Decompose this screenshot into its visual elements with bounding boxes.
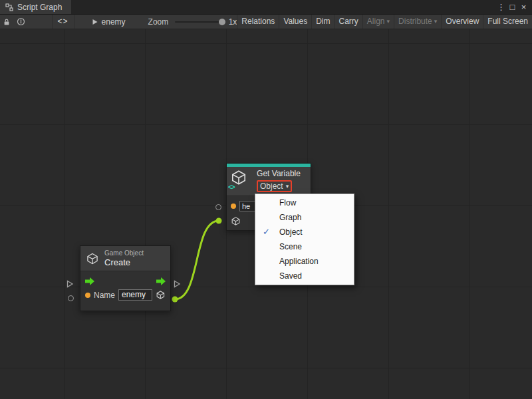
tab-title: Script Graph (17, 3, 62, 12)
overview-button[interactable]: Overview (441, 15, 483, 29)
menu-item-flow[interactable]: Flow (255, 196, 354, 210)
graph-canvas[interactable]: <> Get Variable Object ▾ he (0, 29, 532, 399)
menu-item-label: Flow (279, 198, 296, 207)
menu-item-label: Object (279, 227, 303, 237)
code-preview-button[interactable]: <> (52, 15, 74, 29)
variable-kind-dropdown[interactable]: Object ▾ (257, 180, 292, 192)
lock-icon (3, 18, 11, 26)
gameobject-cube-icon (86, 252, 99, 265)
flow-out-arrow-icon[interactable] (156, 277, 166, 285)
gameobject-port-icon[interactable] (231, 216, 241, 226)
zoom-value: 1x (229, 17, 237, 27)
get-variable-header: <> Get Variable Object ▾ (227, 167, 311, 196)
lock-button[interactable] (0, 15, 14, 29)
distribute-label: Distribute (398, 15, 432, 29)
tab-script-graph[interactable]: Script Graph (0, 0, 71, 14)
align-label: Align (367, 15, 385, 29)
dim-button[interactable]: Dim (311, 15, 334, 29)
connection-end-port[interactable] (216, 218, 222, 224)
distribute-button[interactable]: Distribute ▾ (394, 15, 441, 29)
carry-button[interactable]: Carry (334, 15, 362, 29)
name-label: Name (94, 291, 115, 300)
code-glyph-icon: <> (228, 184, 235, 191)
menu-item-saved[interactable]: Saved (255, 269, 354, 283)
get-variable-header-text: Get Variable Object ▾ (250, 169, 307, 192)
create-node[interactable]: Game Object Create Name enemy (80, 245, 171, 311)
menu-item-object[interactable]: ✓ Object (255, 225, 354, 239)
menu-item-label: Scene (279, 242, 302, 251)
node-title: Create (104, 257, 144, 267)
gameobject-output-icon[interactable] (156, 290, 166, 300)
close-icon[interactable]: × (518, 0, 529, 14)
zoom-slider[interactable] (175, 21, 224, 23)
checkmark-icon: ✓ (263, 225, 270, 239)
menu-item-application[interactable]: Application (255, 254, 354, 269)
window-controls: ⋮ □ × (495, 0, 532, 14)
menu-item-graph[interactable]: Graph (255, 210, 354, 225)
toolbar-button-group: Relations Values Dim Carry Align ▾ Distr… (237, 15, 532, 29)
info-icon (17, 17, 25, 26)
title-bar: Script Graph ⋮ □ × (0, 0, 532, 15)
window-menu-icon[interactable]: ⋮ (495, 0, 507, 14)
string-port-icon[interactable] (85, 293, 90, 298)
graph-breadcrumb[interactable]: enemy (92, 17, 126, 27)
string-port-icon[interactable] (231, 203, 236, 209)
menu-item-label: Saved (279, 271, 302, 281)
graph-toolbar: <> enemy Zoom 1x Relations Values Dim Ca… (0, 15, 532, 29)
create-header: Game Object Create (80, 246, 170, 271)
script-graph-window: Script Graph ⋮ □ × <> enem (0, 0, 532, 399)
menu-item-scene[interactable]: Scene (255, 239, 354, 254)
name-port-row: Name enemy (80, 287, 170, 303)
full-screen-button[interactable]: Full Screen (483, 15, 532, 29)
menu-item-label: Application (279, 257, 319, 266)
flow-port-row (80, 271, 170, 287)
menu-item-label: Graph (279, 213, 301, 222)
connection-wire[interactable] (175, 221, 219, 299)
relations-button[interactable]: Relations (237, 15, 279, 29)
zoom-label: Zoom (148, 17, 169, 27)
values-button[interactable]: Values (279, 15, 311, 29)
graph-name: enemy (102, 17, 126, 27)
info-button[interactable] (14, 15, 28, 29)
graph-asset-icon (92, 19, 98, 25)
get-variable-input-port[interactable] (215, 204, 221, 210)
variable-cube-icon: <> (230, 169, 247, 189)
chevron-down-icon: ▾ (286, 182, 289, 191)
variable-kind-value: Object (260, 182, 283, 191)
flow-in-arrow-icon[interactable] (85, 277, 94, 285)
create-header-text: Game Object Create (104, 249, 144, 267)
zoom-slider-knob[interactable] (219, 19, 225, 25)
create-flow-output-port[interactable] (173, 280, 181, 288)
maximize-icon[interactable]: □ (507, 0, 518, 14)
create-flow-input-port[interactable] (66, 280, 74, 288)
node-subtitle: Game Object (104, 249, 144, 257)
script-graph-icon (5, 3, 13, 11)
chevron-down-icon: ▾ (434, 15, 438, 29)
variable-kind-menu: Flow Graph ✓ Object Scene Application Sa… (255, 194, 354, 285)
name-input-field[interactable]: enemy (118, 289, 152, 301)
chevron-down-icon: ▾ (387, 15, 390, 29)
create-value-input-port[interactable] (68, 295, 74, 301)
align-button[interactable]: Align ▾ (362, 15, 394, 29)
node-title: Get Variable (250, 169, 307, 179)
connection-start-port[interactable] (172, 297, 178, 303)
